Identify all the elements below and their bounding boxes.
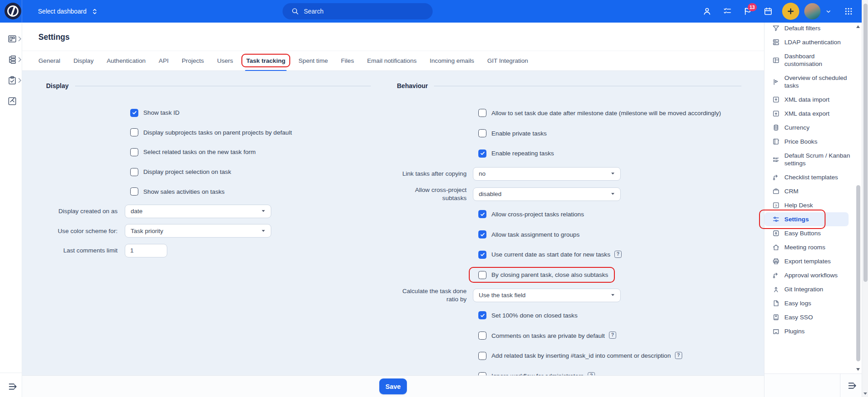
- menu-item-export-templates[interactable]: Export templates: [764, 254, 855, 268]
- help-icon[interactable]: ?: [588, 372, 595, 375]
- tab-git-integration[interactable]: GIT Integration: [487, 51, 528, 71]
- help-icon[interactable]: ?: [614, 251, 622, 258]
- menu-item-overview-of-scheduled-tasks[interactable]: Overview of scheduled tasks: [764, 71, 855, 93]
- page-title: Settings: [38, 33, 70, 42]
- caret-down-icon: [261, 229, 265, 233]
- notifications-button[interactable]: 13: [743, 7, 752, 16]
- tab-authentication[interactable]: Authentication: [107, 51, 146, 71]
- checkbox[interactable]: [478, 352, 486, 360]
- menu-item-easy-sso[interactable]: Easy SSO: [764, 310, 855, 324]
- checkbox[interactable]: [478, 109, 486, 117]
- tab-spent-time[interactable]: Spent time: [298, 51, 328, 71]
- menu-item-easy-logs[interactable]: Easy logs: [764, 296, 855, 310]
- help-icon[interactable]: ?: [675, 352, 682, 359]
- form-row: Allow cross-project tasks relations: [389, 204, 741, 224]
- chevron-right-icon: [18, 78, 22, 83]
- menu-item-help-desk[interactable]: ?Help Desk: [764, 198, 855, 212]
- menu-item-approval-workflows[interactable]: Approval workflows: [764, 268, 855, 282]
- page-scrollbar[interactable]: [862, 0, 868, 397]
- chevron-right-icon: [18, 36, 22, 42]
- save-button[interactable]: Save: [379, 378, 407, 394]
- select-use-color-scheme-for[interactable]: Task priority: [125, 224, 271, 238]
- checkbox[interactable]: [130, 109, 138, 117]
- tab-general[interactable]: General: [38, 51, 60, 71]
- tasks-button[interactable]: [723, 7, 732, 16]
- menu-item-currency[interactable]: Currency: [764, 121, 855, 135]
- rail-item-updates[interactable]: [0, 91, 22, 112]
- calendar-button[interactable]: [764, 7, 773, 16]
- apps-grid-button[interactable]: [844, 7, 853, 16]
- rail-item-dashboards[interactable]: [0, 28, 22, 49]
- checkbox[interactable]: [130, 187, 138, 196]
- input-last-comments-limit[interactable]: [125, 244, 167, 257]
- form-row: Last comments limit: [38, 241, 371, 261]
- search-input[interactable]: [304, 8, 417, 15]
- behaviour-section: Behaviour Allow to set task due date aft…: [389, 79, 741, 375]
- tab-email-notifications[interactable]: Email notifications: [367, 51, 417, 71]
- menu-item-xml-data-export[interactable]: XML data export: [764, 107, 855, 121]
- menu-item-default-scrum-kanban-settings[interactable]: Default Scrum / Kanban settings: [764, 149, 855, 170]
- checkbox[interactable]: [130, 148, 138, 156]
- page-scrollbar-thumb[interactable]: [863, 4, 868, 282]
- checkbox[interactable]: [130, 168, 138, 176]
- form-row: Comments on tasks are private by default…: [389, 326, 741, 346]
- menu-item-crm[interactable]: CRM: [764, 184, 855, 198]
- tab-files[interactable]: Files: [341, 51, 354, 71]
- rail-footer-divider: [0, 373, 22, 373]
- checkbox[interactable]: [478, 332, 486, 340]
- tab-api[interactable]: API: [159, 51, 169, 71]
- checkbox[interactable]: [478, 271, 486, 279]
- menu-item-dashboard-customisation[interactable]: Dashboard customisation: [764, 49, 855, 71]
- add-button[interactable]: [782, 3, 799, 20]
- menu-item-settings[interactable]: Settings: [764, 212, 849, 226]
- panel-scrollbar[interactable]: [855, 24, 861, 372]
- checkbox[interactable]: [478, 210, 486, 218]
- scroll-down-arrow-icon[interactable]: [863, 392, 867, 395]
- form-row: Show task ID: [38, 103, 371, 123]
- checkbox[interactable]: [478, 149, 486, 158]
- topbar-divider: [22, 0, 22, 23]
- scroll-down-arrow-icon[interactable]: [856, 368, 860, 371]
- expand-sidebar-button[interactable]: [8, 381, 19, 392]
- menu-item-ldap-authentication[interactable]: LDAP authentication: [764, 35, 855, 49]
- menu-item-git-integration[interactable]: Git Integration: [764, 282, 855, 296]
- select-link-tasks-after-copying[interactable]: no: [473, 167, 621, 181]
- select-dashboard-button[interactable]: Select dashboard: [38, 0, 98, 23]
- menu-item-meeting-rooms[interactable]: Meeting rooms: [764, 240, 855, 254]
- app-logo-icon[interactable]: [5, 3, 21, 19]
- rail-item-project-tree[interactable]: [0, 49, 22, 70]
- select-calculate-the-task-done-ratio-by[interactable]: Use the task field: [473, 289, 621, 302]
- menu-item-easy-buttons[interactable]: Easy Buttons: [764, 226, 855, 240]
- tab-incoming-emails[interactable]: Incoming emails: [430, 51, 474, 71]
- avatar[interactable]: [804, 3, 821, 19]
- panel-footer-divider: [840, 374, 840, 397]
- menu-item-plugins[interactable]: Plugins: [764, 324, 855, 338]
- checkbox[interactable]: [478, 230, 486, 238]
- tab-users[interactable]: Users: [217, 51, 233, 71]
- panel-scrollbar-thumb[interactable]: [856, 185, 860, 361]
- avatar-menu-button[interactable]: [824, 7, 833, 16]
- form-row: Use color scheme for:Task priority: [38, 221, 371, 241]
- checkbox[interactable]: [478, 311, 486, 319]
- checkbox[interactable]: [478, 251, 486, 259]
- select-allow-cross-project-subtasks[interactable]: disabled: [473, 187, 621, 201]
- tab-display[interactable]: Display: [73, 51, 94, 71]
- help-icon[interactable]: ?: [609, 332, 616, 339]
- tab-task-tracking[interactable]: Task tracking: [246, 51, 286, 71]
- rail-item-tasks[interactable]: [0, 70, 22, 91]
- menu-item-price-books[interactable]: Price Books: [764, 135, 855, 149]
- tab-projects[interactable]: Projects: [182, 51, 204, 71]
- checkbox[interactable]: [130, 128, 138, 136]
- user-button[interactable]: [703, 7, 712, 16]
- checkbox[interactable]: [478, 372, 486, 375]
- collapse-panel-button[interactable]: [843, 374, 863, 397]
- menu-item-checklist-templates[interactable]: Checklist templates: [764, 170, 855, 184]
- easy-buttons-icon: [772, 229, 780, 237]
- menu-item-default-filters[interactable]: Default filters: [764, 21, 855, 35]
- select-display-created-on-as[interactable]: date: [125, 205, 271, 218]
- filter-icon: [772, 24, 780, 32]
- search-bar[interactable]: [283, 3, 433, 19]
- checkbox[interactable]: [478, 129, 486, 137]
- menu-item-xml-data-import[interactable]: XML data import: [764, 93, 855, 107]
- scroll-up-arrow-icon[interactable]: [856, 25, 860, 28]
